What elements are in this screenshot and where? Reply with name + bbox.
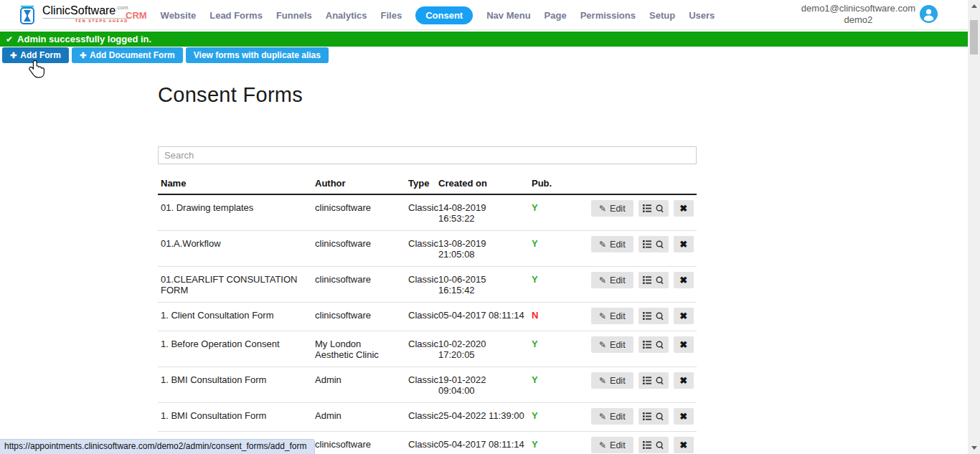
x-icon: ✖	[679, 375, 687, 386]
row-actions: ✎Edit✖	[591, 372, 699, 389]
account-email: demo1@clinicsoftware.com	[801, 3, 915, 14]
nav-item-users[interactable]: Users	[689, 10, 715, 21]
delete-button[interactable]: ✖	[674, 200, 694, 217]
pencil-icon: ✎	[599, 340, 606, 350]
edit-button[interactable]: ✎Edit	[591, 200, 633, 217]
form-author: clinicsoftware	[315, 274, 408, 285]
search-input[interactable]	[158, 146, 697, 164]
delete-button[interactable]: ✖	[674, 272, 694, 288]
nav-item-permissions[interactable]: Permissions	[580, 10, 636, 21]
account-name: demo2	[801, 14, 915, 26]
published-flag: Y	[532, 410, 591, 421]
edit-button[interactable]: ✎Edit	[591, 408, 633, 425]
magnifier-icon	[656, 441, 664, 450]
delete-button[interactable]: ✖	[674, 236, 694, 252]
column-header-type: Type	[408, 178, 438, 189]
edit-label: Edit	[610, 275, 626, 285]
scroll-up-arrow[interactable]	[968, 0, 980, 12]
add-document-form-button[interactable]: ✚Add Document Form	[72, 47, 183, 63]
x-icon: ✖	[679, 275, 687, 285]
x-icon: ✖	[679, 203, 687, 214]
delete-button[interactable]: ✖	[674, 336, 694, 353]
scroll-down-arrow[interactable]	[968, 442, 980, 454]
edit-button[interactable]: ✎Edit	[591, 308, 633, 324]
nav-item-consent[interactable]: Consent	[415, 6, 473, 24]
delete-button[interactable]: ✖	[674, 437, 694, 453]
delete-button[interactable]: ✖	[674, 372, 694, 389]
row-actions: ✎Edit✖	[591, 408, 699, 425]
account-widget[interactable]: demo1@clinicsoftware.com demo2	[801, 3, 938, 26]
view-questions-button[interactable]	[639, 372, 669, 389]
form-name: 1. Client Consultation Form	[161, 310, 315, 321]
plus-icon: ✚	[10, 51, 17, 60]
banner-message: Admin successfully logged in.	[17, 34, 151, 44]
top-navigation-bar: ClinicSoftware.com TEN STEPS AHEAD CRMWe…	[0, 0, 968, 30]
row-actions: ✎Edit✖	[591, 200, 699, 217]
table-row: 1. BMI Consultation FormAdminClassic19-0…	[158, 367, 697, 403]
view-questions-button[interactable]	[639, 308, 669, 324]
user-avatar-icon[interactable]	[920, 5, 938, 23]
column-header-created-on: Created on	[438, 178, 532, 189]
edit-button[interactable]: ✎Edit	[591, 336, 633, 353]
nav-item-website[interactable]: Website	[161, 10, 197, 21]
nav-item-setup[interactable]: Setup	[649, 10, 675, 21]
pencil-icon: ✎	[599, 240, 606, 250]
view-questions-button[interactable]	[639, 336, 669, 353]
nav-item-crm[interactable]: CRM	[126, 10, 147, 21]
edit-button[interactable]: ✎Edit	[591, 372, 633, 389]
x-icon: ✖	[679, 411, 687, 422]
list-icon	[643, 312, 652, 320]
column-header-pub: Pub.	[532, 178, 591, 189]
nav-item-page[interactable]: Page	[545, 10, 567, 21]
mouse-pointer-hand-cursor	[27, 60, 44, 79]
published-flag: Y	[532, 339, 591, 349]
form-type: Classic	[408, 439, 438, 450]
magnifier-icon	[656, 312, 664, 321]
x-icon: ✖	[679, 311, 687, 321]
form-author: clinicsoftware	[315, 310, 408, 321]
delete-button[interactable]: ✖	[674, 308, 694, 324]
nav-item-nav-menu[interactable]: Nav Menu	[486, 10, 530, 21]
list-icon	[643, 441, 652, 449]
row-actions: ✎Edit✖	[591, 272, 699, 288]
page-title: Consent Forms	[158, 83, 303, 107]
delete-button[interactable]: ✖	[674, 408, 694, 425]
vertical-scrollbar[interactable]	[968, 0, 980, 454]
nav-item-lead-forms[interactable]: Lead Forms	[209, 10, 263, 21]
view-questions-button[interactable]	[639, 200, 669, 217]
brand-name: ClinicSoftware	[42, 4, 116, 16]
row-actions: ✎Edit✖	[591, 336, 699, 353]
edit-label: Edit	[610, 204, 626, 214]
edit-button[interactable]: ✎Edit	[591, 236, 633, 252]
view-questions-button[interactable]	[639, 408, 669, 425]
pencil-icon: ✎	[599, 440, 606, 450]
view-questions-button[interactable]	[639, 272, 669, 288]
nav-item-analytics[interactable]: Analytics	[326, 10, 367, 21]
edit-button[interactable]: ✎Edit	[591, 437, 633, 453]
pencil-icon: ✎	[599, 376, 606, 386]
form-type: Classic	[408, 310, 438, 321]
published-flag: N	[532, 310, 591, 321]
magnifier-icon	[656, 412, 664, 421]
scrollbar-thumb[interactable]	[970, 20, 978, 55]
pencil-icon: ✎	[599, 412, 606, 422]
table-row: 1. Before Operation ConsentMy London Aes…	[158, 331, 697, 367]
table-header: NameAuthorTypeCreated onPub.	[158, 172, 697, 195]
form-name: 1. BMI Consultation Form	[161, 410, 315, 421]
table-row: 1. Client Consultation Formclinicsoftwar…	[158, 303, 697, 331]
clinicsoftware-logo[interactable]: ClinicSoftware.com TEN STEPS AHEAD	[19, 3, 128, 26]
edit-button[interactable]: ✎Edit	[591, 272, 633, 288]
view-duplicate-alias-button[interactable]: View forms with duplicate alias	[186, 47, 329, 63]
form-created-on: 25-04-2022 11:39:00	[438, 410, 532, 421]
magnifier-icon	[656, 377, 664, 385]
view-questions-button[interactable]	[639, 236, 669, 252]
form-name: 01. Drawing templates	[161, 202, 315, 213]
page-toolbar: ✚Add Form✚Add Document FormView forms wi…	[2, 47, 329, 63]
table-row: 01.CLEARLIFT CONSULTATION FORMclinicsoft…	[158, 267, 697, 303]
x-icon: ✖	[679, 440, 687, 450]
form-created-on: 05-04-2017 08:11:14	[438, 310, 532, 321]
view-questions-button[interactable]	[639, 437, 669, 453]
form-created-on: 10-02-2020 17:20:05	[438, 339, 532, 360]
nav-item-files[interactable]: Files	[381, 10, 402, 21]
nav-item-funnels[interactable]: Funnels	[276, 10, 312, 21]
